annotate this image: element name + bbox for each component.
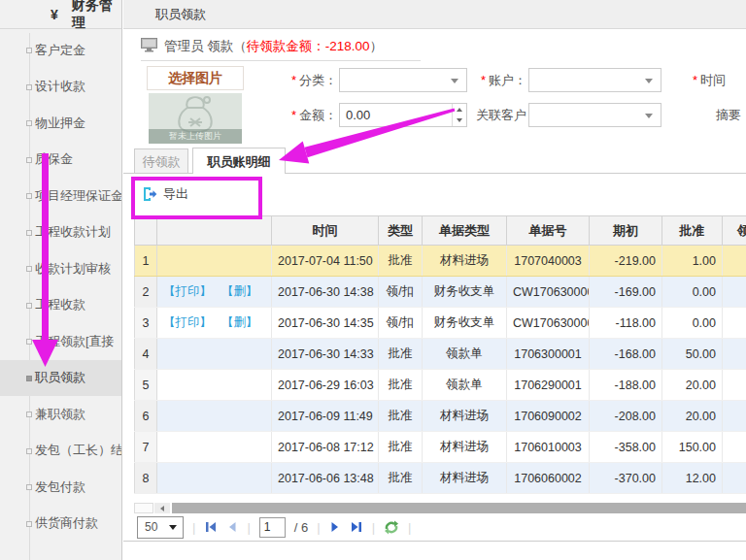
select-arrow-icon bbox=[169, 525, 177, 530]
print-link[interactable]: 【打印】 bbox=[163, 315, 212, 329]
detail-table: 时间 类型 单据类型 单据号 期初 批准 领/扣 1 2017-07-04 11… bbox=[134, 215, 746, 503]
cell-doc-type: 领款单 bbox=[423, 339, 507, 370]
scrollbar-thumb[interactable] bbox=[172, 503, 746, 513]
tree-node-icon bbox=[26, 193, 32, 199]
cell-doc-type: 材料进场 bbox=[423, 401, 507, 432]
cell-time: 2017-06-06 13:48 bbox=[272, 463, 379, 494]
cell-doc-type: 财务收支单 bbox=[423, 308, 507, 339]
cell-claim bbox=[723, 370, 746, 401]
tab-pending-payment[interactable]: 待领款 bbox=[134, 148, 188, 173]
sidebar-item-project-payment-direct[interactable]: 工程领款[直接 bbox=[0, 323, 122, 360]
table-row[interactable]: 8 2017-06-06 13:48 批准 材料进场 1706060002 -3… bbox=[135, 463, 746, 494]
sidebar-item-parttime-payment[interactable]: 兼职领款 bbox=[0, 396, 122, 433]
col-doc-no: 单据号 bbox=[507, 216, 590, 246]
category-dropdown[interactable] bbox=[339, 68, 467, 92]
row-number: 7 bbox=[135, 432, 157, 463]
sidebar-item-label: 质保金 bbox=[35, 150, 73, 168]
first-page-button[interactable] bbox=[204, 521, 218, 533]
related-customer-dropdown[interactable] bbox=[528, 103, 661, 127]
table-row[interactable]: 3 【打印】【删】 2017-06-30 14:35 领/扣 财务收支单 CW1… bbox=[135, 308, 746, 339]
sidebar-item-supplier-payment[interactable]: 供货商付款 bbox=[0, 506, 122, 543]
delete-link[interactable]: 【删】 bbox=[221, 315, 258, 329]
chevron-down-icon bbox=[451, 79, 458, 83]
cell-time: 2017-06-30 14:38 bbox=[272, 277, 379, 308]
summary-divider bbox=[141, 60, 421, 61]
delete-link[interactable]: 【删】 bbox=[221, 284, 258, 298]
sidebar-item-project-receipt-plan[interactable]: 工程收款计划 bbox=[0, 214, 122, 251]
choose-image-button[interactable]: 选择图片 bbox=[147, 66, 244, 90]
account-dropdown[interactable] bbox=[528, 68, 661, 92]
separator: | bbox=[372, 520, 375, 535]
scrollbar-corner bbox=[134, 503, 153, 513]
row-number: 5 bbox=[135, 370, 157, 401]
tree-node-icon bbox=[26, 448, 32, 454]
cell-type: 批准 bbox=[379, 370, 423, 401]
cell-initial: -219.00 bbox=[590, 246, 662, 277]
cell-approved: 0.00 bbox=[662, 277, 723, 308]
account-label: *账户： bbox=[458, 68, 526, 92]
amount-field bbox=[339, 103, 467, 127]
sidebar-item-warranty-deposit[interactable]: 质保金 bbox=[0, 142, 122, 179]
cell-type: 批准 bbox=[379, 339, 423, 370]
export-icon bbox=[142, 186, 157, 202]
sidebar-item-property-deposit[interactable]: 物业押金 bbox=[0, 105, 122, 142]
pending-amount: 待领款金额：-218.00 bbox=[247, 38, 370, 55]
tree-node-icon bbox=[26, 339, 32, 345]
tab-staff-payment[interactable]: 职员领款 bbox=[155, 6, 206, 23]
sidebar-item-customer-deposit[interactable]: 客户定金 bbox=[0, 32, 122, 69]
sidebar-item-label: 项目经理保证金 bbox=[35, 187, 122, 205]
cell-time: 2017-06-29 16:03 bbox=[272, 370, 379, 401]
sidebar-item-staff-payment[interactable]: 职员领款 bbox=[0, 360, 122, 397]
cell-initial: -358.00 bbox=[590, 432, 662, 463]
tab-staff-account-detail[interactable]: 职员账明细 bbox=[192, 148, 286, 174]
page-size-select[interactable]: 50 bbox=[137, 516, 184, 539]
table-row[interactable]: 7 2017-06-08 17:12 批准 材料进场 1706010003 -3… bbox=[135, 432, 746, 463]
row-number: 8 bbox=[135, 463, 157, 494]
sidebar-item-design-receipt[interactable]: 设计收款 bbox=[0, 69, 122, 106]
sidebar-item-pm-guarantee[interactable]: 项目经理保证金 bbox=[0, 178, 122, 214]
print-link[interactable]: 【打印】 bbox=[163, 284, 212, 298]
amount-input[interactable] bbox=[340, 104, 453, 126]
refresh-button[interactable] bbox=[384, 520, 399, 535]
col-actions bbox=[157, 216, 272, 246]
yen-icon: ¥ bbox=[51, 7, 58, 22]
sidebar-item-receipt-plan-audit[interactable]: 收款计划审核 bbox=[0, 250, 122, 287]
cell-doc-no: 1706290001 bbox=[507, 370, 590, 401]
money-bag-icon bbox=[174, 95, 217, 134]
sidebar-title: 财务管理 bbox=[72, 0, 121, 32]
app-window: ¥ 财务管理 客户定金 设计收款 物业押金 质保金 项目经理保证金 工程收款计划… bbox=[0, 0, 746, 560]
cell-doc-no: CW1706300002 bbox=[507, 277, 590, 308]
row-number: 2 bbox=[135, 277, 157, 308]
table-row[interactable]: 4 2017-06-30 14:33 批准 领款单 1706300001 -16… bbox=[135, 339, 746, 370]
cell-type: 批准 bbox=[379, 246, 423, 277]
horizontal-scrollbar bbox=[134, 503, 746, 513]
last-page-button[interactable] bbox=[350, 521, 363, 533]
image-placeholder[interactable]: 暂未上传图片 bbox=[149, 93, 242, 144]
tree-node-icon bbox=[26, 376, 32, 381]
export-button[interactable]: 导出 bbox=[142, 185, 188, 203]
cell-time: 2017-07-04 11:50 bbox=[272, 246, 379, 277]
tree-node-icon bbox=[26, 157, 32, 163]
sidebar-item-label: 发包（工长）结 bbox=[35, 442, 122, 459]
page-total: / 6 bbox=[294, 520, 308, 535]
main-panel: 职员领款 管理员 领款（待领款金额：-218.00） 选择图片 暂未上传图片 bbox=[123, 0, 746, 560]
prev-page-button[interactable] bbox=[226, 521, 238, 533]
sidebar: ¥ 财务管理 客户定金 设计收款 物业押金 质保金 项目经理保证金 工程收款计划… bbox=[0, 0, 122, 560]
cell-doc-no: 1706060002 bbox=[507, 463, 590, 494]
page-number-input[interactable] bbox=[259, 517, 286, 538]
cell-time: 2017-06-30 14:35 bbox=[272, 308, 379, 339]
scroll-left-button[interactable] bbox=[154, 503, 170, 513]
table-row[interactable]: 6 2017-06-09 11:49 批准 材料进场 1706090002 -2… bbox=[135, 401, 746, 432]
col-claim: 领/扣 bbox=[723, 216, 746, 246]
cell-approved: 50.00 bbox=[662, 339, 723, 370]
sidebar-item-foreman-settlement[interactable]: 发包（工长）结 bbox=[0, 433, 122, 470]
sidebar-item-contract-payment[interactable]: 发包付款 bbox=[0, 469, 122, 506]
next-page-button[interactable] bbox=[329, 521, 341, 533]
cell-type: 领/扣 bbox=[379, 308, 423, 339]
table-row[interactable]: 2 【打印】【删】 2017-06-30 14:38 领/扣 财务收支单 CW1… bbox=[135, 277, 746, 308]
tree-node-icon bbox=[26, 521, 32, 527]
separator: | bbox=[317, 520, 320, 535]
sidebar-item-project-receipt[interactable]: 工程收款 bbox=[0, 287, 122, 324]
table-row[interactable]: 5 2017-06-29 16:03 批准 领款单 1706290001 -18… bbox=[135, 370, 746, 401]
table-row[interactable]: 1 2017-07-04 11:50 批准 材料进场 1707040003 -2… bbox=[135, 246, 746, 277]
